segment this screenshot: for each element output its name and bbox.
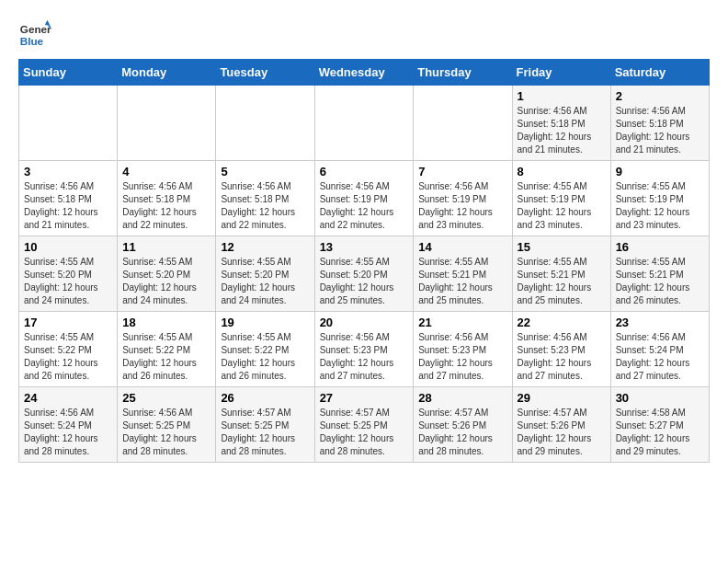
day-info: Sunrise: 4:56 AM Sunset: 5:19 PM Dayligh… (320, 180, 409, 232)
calendar-cell: 4Sunrise: 4:56 AM Sunset: 5:18 PM Daylig… (118, 161, 216, 236)
day-info: Sunrise: 4:55 AM Sunset: 5:20 PM Dayligh… (320, 256, 409, 307)
calendar-cell (414, 86, 512, 161)
calendar-cell: 20Sunrise: 4:56 AM Sunset: 5:23 PM Dayli… (314, 312, 414, 387)
calendar-cell: 3Sunrise: 4:56 AM Sunset: 5:18 PM Daylig… (19, 161, 118, 236)
day-info: Sunrise: 4:56 AM Sunset: 5:18 PM Dayligh… (24, 180, 112, 232)
day-number: 11 (122, 240, 210, 254)
day-number: 24 (24, 391, 112, 405)
day-info: Sunrise: 4:55 AM Sunset: 5:22 PM Dayligh… (24, 331, 112, 383)
day-number: 8 (518, 165, 606, 178)
weekday-header: Friday (512, 60, 610, 86)
weekday-header: Monday (118, 60, 216, 86)
calendar-cell (19, 86, 118, 161)
calendar-cell: 21Sunrise: 4:56 AM Sunset: 5:23 PM Dayli… (414, 312, 512, 387)
calendar-cell: 23Sunrise: 4:56 AM Sunset: 5:24 PM Dayli… (610, 312, 709, 387)
day-info: Sunrise: 4:55 AM Sunset: 5:21 PM Dayligh… (418, 256, 506, 307)
weekday-header: Thursday (414, 60, 512, 86)
calendar-cell: 15Sunrise: 4:55 AM Sunset: 5:21 PM Dayli… (512, 236, 610, 312)
day-number: 1 (518, 89, 606, 103)
weekday-header: Wednesday (314, 60, 414, 86)
day-number: 29 (518, 391, 606, 405)
day-info: Sunrise: 4:56 AM Sunset: 5:23 PM Dayligh… (518, 331, 606, 383)
day-number: 21 (418, 316, 506, 329)
day-number: 18 (122, 316, 210, 329)
day-number: 27 (320, 391, 409, 405)
logo-icon: General Blue (18, 18, 51, 52)
day-number: 15 (518, 240, 606, 254)
day-info: Sunrise: 4:56 AM Sunset: 5:25 PM Dayligh… (122, 407, 210, 458)
day-info: Sunrise: 4:56 AM Sunset: 5:24 PM Dayligh… (24, 407, 112, 458)
calendar-cell: 9Sunrise: 4:55 AM Sunset: 5:19 PM Daylig… (610, 161, 709, 236)
day-number: 17 (24, 316, 112, 329)
day-number: 2 (616, 89, 704, 103)
day-number: 25 (122, 391, 210, 405)
calendar-cell: 13Sunrise: 4:55 AM Sunset: 5:20 PM Dayli… (314, 236, 414, 312)
day-info: Sunrise: 4:56 AM Sunset: 5:18 PM Dayligh… (122, 180, 210, 232)
day-info: Sunrise: 4:55 AM Sunset: 5:22 PM Dayligh… (221, 331, 309, 383)
day-number: 7 (418, 165, 506, 178)
calendar-cell: 27Sunrise: 4:57 AM Sunset: 5:25 PM Dayli… (314, 387, 414, 463)
calendar-cell: 8Sunrise: 4:55 AM Sunset: 5:19 PM Daylig… (512, 161, 610, 236)
calendar-week-row: 17Sunrise: 4:55 AM Sunset: 5:22 PM Dayli… (19, 312, 710, 387)
day-info: Sunrise: 4:57 AM Sunset: 5:25 PM Dayligh… (221, 407, 309, 458)
day-number: 4 (122, 165, 210, 178)
day-info: Sunrise: 4:55 AM Sunset: 5:21 PM Dayligh… (616, 256, 704, 307)
calendar-cell: 18Sunrise: 4:55 AM Sunset: 5:22 PM Dayli… (118, 312, 216, 387)
calendar-cell: 25Sunrise: 4:56 AM Sunset: 5:25 PM Dayli… (118, 387, 216, 463)
calendar-cell (216, 86, 314, 161)
weekday-header: Sunday (19, 60, 118, 86)
day-info: Sunrise: 4:56 AM Sunset: 5:23 PM Dayligh… (418, 331, 506, 383)
calendar-cell: 28Sunrise: 4:57 AM Sunset: 5:26 PM Dayli… (414, 387, 512, 463)
day-info: Sunrise: 4:55 AM Sunset: 5:20 PM Dayligh… (221, 256, 309, 307)
calendar-cell: 2Sunrise: 4:56 AM Sunset: 5:18 PM Daylig… (610, 86, 709, 161)
calendar-week-row: 24Sunrise: 4:56 AM Sunset: 5:24 PM Dayli… (19, 387, 710, 463)
weekday-header: Tuesday (216, 60, 314, 86)
calendar-cell: 22Sunrise: 4:56 AM Sunset: 5:23 PM Dayli… (512, 312, 610, 387)
calendar-week-row: 1Sunrise: 4:56 AM Sunset: 5:18 PM Daylig… (19, 86, 710, 161)
calendar-cell: 26Sunrise: 4:57 AM Sunset: 5:25 PM Dayli… (216, 387, 314, 463)
day-number: 6 (320, 165, 409, 178)
day-info: Sunrise: 4:56 AM Sunset: 5:19 PM Dayligh… (418, 180, 506, 232)
weekday-header: Saturday (610, 60, 709, 86)
day-number: 12 (221, 240, 309, 254)
day-info: Sunrise: 4:56 AM Sunset: 5:18 PM Dayligh… (616, 105, 704, 156)
day-info: Sunrise: 4:55 AM Sunset: 5:20 PM Dayligh… (24, 256, 112, 307)
day-info: Sunrise: 4:56 AM Sunset: 5:18 PM Dayligh… (518, 105, 606, 156)
calendar-cell: 24Sunrise: 4:56 AM Sunset: 5:24 PM Dayli… (19, 387, 118, 463)
calendar-cell: 29Sunrise: 4:57 AM Sunset: 5:26 PM Dayli… (512, 387, 610, 463)
day-number: 20 (320, 316, 409, 329)
calendar-cell: 19Sunrise: 4:55 AM Sunset: 5:22 PM Dayli… (216, 312, 314, 387)
day-info: Sunrise: 4:57 AM Sunset: 5:26 PM Dayligh… (518, 407, 606, 458)
svg-text:Blue: Blue (20, 35, 44, 47)
day-info: Sunrise: 4:57 AM Sunset: 5:25 PM Dayligh… (320, 407, 409, 458)
day-info: Sunrise: 4:58 AM Sunset: 5:27 PM Dayligh… (616, 407, 704, 458)
day-number: 28 (418, 391, 506, 405)
day-number: 23 (616, 316, 704, 329)
day-number: 9 (616, 165, 704, 178)
calendar-cell (314, 86, 414, 161)
day-info: Sunrise: 4:55 AM Sunset: 5:21 PM Dayligh… (518, 256, 606, 307)
day-number: 30 (616, 391, 704, 405)
day-info: Sunrise: 4:55 AM Sunset: 5:20 PM Dayligh… (122, 256, 210, 307)
day-number: 19 (221, 316, 309, 329)
calendar-cell: 30Sunrise: 4:58 AM Sunset: 5:27 PM Dayli… (610, 387, 709, 463)
calendar-cell: 10Sunrise: 4:55 AM Sunset: 5:20 PM Dayli… (19, 236, 118, 312)
calendar-cell: 12Sunrise: 4:55 AM Sunset: 5:20 PM Dayli… (216, 236, 314, 312)
day-info: Sunrise: 4:55 AM Sunset: 5:19 PM Dayligh… (518, 180, 606, 232)
day-info: Sunrise: 4:55 AM Sunset: 5:22 PM Dayligh… (122, 331, 210, 383)
day-info: Sunrise: 4:57 AM Sunset: 5:26 PM Dayligh… (418, 407, 506, 458)
calendar-cell: 11Sunrise: 4:55 AM Sunset: 5:20 PM Dayli… (118, 236, 216, 312)
calendar-cell: 1Sunrise: 4:56 AM Sunset: 5:18 PM Daylig… (512, 86, 610, 161)
day-number: 10 (24, 240, 112, 254)
calendar-week-row: 3Sunrise: 4:56 AM Sunset: 5:18 PM Daylig… (19, 161, 710, 236)
calendar-cell: 17Sunrise: 4:55 AM Sunset: 5:22 PM Dayli… (19, 312, 118, 387)
day-number: 3 (24, 165, 112, 178)
day-info: Sunrise: 4:56 AM Sunset: 5:18 PM Dayligh… (221, 180, 309, 232)
calendar-cell: 5Sunrise: 4:56 AM Sunset: 5:18 PM Daylig… (216, 161, 314, 236)
day-number: 26 (221, 391, 309, 405)
day-info: Sunrise: 4:56 AM Sunset: 5:23 PM Dayligh… (320, 331, 409, 383)
calendar-week-row: 10Sunrise: 4:55 AM Sunset: 5:20 PM Dayli… (19, 236, 710, 312)
calendar-cell: 14Sunrise: 4:55 AM Sunset: 5:21 PM Dayli… (414, 236, 512, 312)
calendar-cell (118, 86, 216, 161)
weekday-header-row: SundayMondayTuesdayWednesdayThursdayFrid… (19, 60, 710, 86)
